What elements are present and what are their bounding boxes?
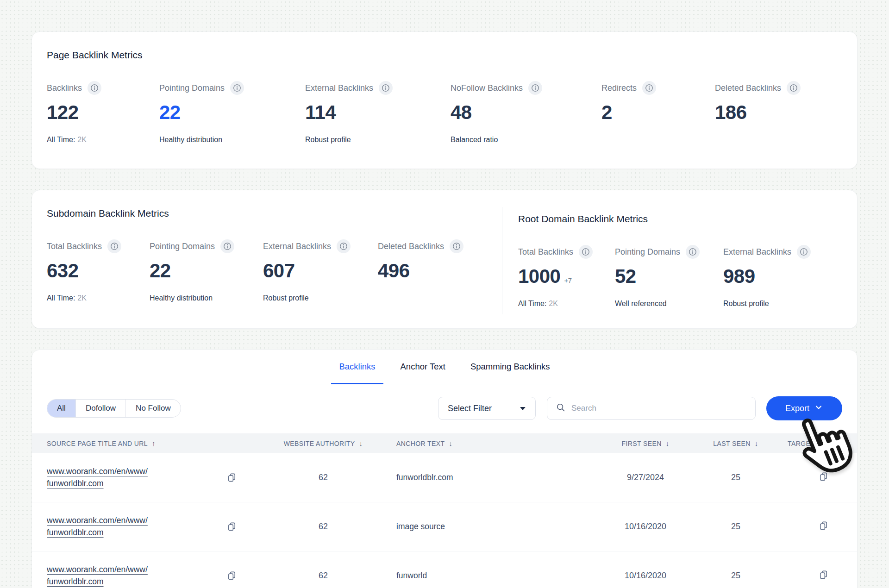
metric-total-backlinks: Total Backlinks 632 All Time:2K bbox=[47, 239, 150, 303]
info-icon[interactable] bbox=[220, 239, 234, 253]
info-icon[interactable] bbox=[642, 81, 656, 95]
metric-label: Pointing Domains bbox=[150, 242, 215, 251]
domain-backlink-metrics-card: Subdomain Backlink Metrics Total Backlin… bbox=[31, 190, 858, 329]
info-icon[interactable] bbox=[797, 245, 811, 259]
first-seen-cell: 10/16/2020 bbox=[592, 522, 699, 532]
follow-filter-segmented-control: All Dofollow No Follow bbox=[47, 399, 181, 418]
column-header-website-authority[interactable]: WEBSITE AUTHORITY ↓ bbox=[263, 439, 383, 447]
export-button[interactable]: Export bbox=[766, 396, 842, 420]
metric-value: 496 bbox=[378, 260, 502, 282]
metric-subtext: Robust profile bbox=[263, 294, 378, 303]
select-filter-dropdown[interactable]: Select Filter bbox=[438, 397, 536, 420]
metric-value: 632 bbox=[47, 260, 150, 282]
metric-external-backlinks: External Backlinks 114 Robust profile bbox=[305, 81, 451, 145]
metric-total-backlinks: Total Backlinks 1000+7 All Time:2K bbox=[518, 245, 615, 309]
value-delta: +7 bbox=[564, 276, 571, 284]
column-header-source-url[interactable]: SOURCE PAGE TITLE AND URL ↑ bbox=[32, 439, 263, 447]
metric-value: 52 bbox=[615, 265, 723, 288]
last-seen-cell: 25 bbox=[699, 473, 773, 482]
info-icon[interactable] bbox=[528, 81, 542, 95]
subdomain-metrics-section: Subdomain Backlink Metrics Total Backlin… bbox=[32, 190, 502, 328]
metric-label: Pointing Domains bbox=[159, 83, 225, 93]
target-cell bbox=[773, 520, 857, 533]
last-seen-cell: 25 bbox=[699, 571, 773, 581]
metric-pointing-domains: Pointing Domains 52 Well referenced bbox=[615, 245, 723, 309]
info-icon[interactable] bbox=[379, 81, 393, 95]
metric-value: 48 bbox=[451, 101, 601, 124]
metric-nofollow-backlinks: NoFollow Backlinks 48 Balanced ratio bbox=[451, 81, 601, 145]
info-icon[interactable] bbox=[107, 239, 121, 253]
table-row: www.woorank.com/en/www/funworldblr.com 6… bbox=[32, 551, 857, 588]
metric-value: 2 bbox=[601, 101, 715, 124]
copy-icon[interactable] bbox=[226, 521, 237, 532]
copy-icon[interactable] bbox=[226, 472, 237, 483]
target-cell bbox=[773, 569, 857, 582]
info-icon[interactable] bbox=[579, 245, 593, 259]
metric-label: NoFollow Backlinks bbox=[451, 83, 523, 93]
sort-desc-icon: ↓ bbox=[449, 439, 453, 447]
backlinks-dashboard: Page Backlink Metrics Backlinks 122 All … bbox=[0, 0, 889, 588]
column-header-anchor-text[interactable]: ANCHOR TEXT ↓ bbox=[383, 439, 592, 447]
table-row: www.woorank.com/en/www/funworldblr.com 6… bbox=[32, 502, 857, 551]
info-icon[interactable] bbox=[686, 245, 700, 259]
segment-no-follow[interactable]: No Follow bbox=[126, 400, 181, 417]
info-icon[interactable] bbox=[88, 81, 101, 95]
tab-anchor-text[interactable]: Anchor Text bbox=[393, 350, 453, 384]
tabs: Backlinks Anchor Text Spamming Backlinks bbox=[32, 350, 857, 384]
metric-subtext bbox=[601, 136, 715, 145]
tab-spamming-backlinks[interactable]: Spamming Backlinks bbox=[463, 350, 558, 384]
copy-icon[interactable] bbox=[818, 520, 829, 531]
first-seen-cell: 9/27/2024 bbox=[592, 473, 699, 482]
tab-backlinks[interactable]: Backlinks bbox=[331, 350, 383, 384]
sort-desc-icon: ↓ bbox=[359, 439, 363, 447]
website-authority-cell: 62 bbox=[263, 473, 383, 482]
source-url-link[interactable]: www.woorank.com/en/www/funworldblr.com bbox=[47, 466, 148, 489]
search-input[interactable] bbox=[571, 404, 747, 413]
table-row: www.woorank.com/en/www/funworldblr.com 6… bbox=[32, 453, 857, 502]
metric-label: Pointing Domains bbox=[615, 247, 680, 257]
last-seen-cell: 25 bbox=[699, 522, 773, 532]
metric-subtext bbox=[715, 136, 842, 145]
metric-value: 114 bbox=[305, 101, 451, 124]
segment-dofollow[interactable]: Dofollow bbox=[76, 400, 126, 417]
metric-subtext bbox=[378, 294, 502, 303]
info-icon[interactable] bbox=[230, 81, 244, 95]
metric-subtext: Robust profile bbox=[723, 300, 857, 309]
target-cell bbox=[773, 471, 857, 484]
metric-label: External Backlinks bbox=[263, 242, 331, 251]
website-authority-cell: 62 bbox=[263, 571, 383, 581]
metric-backlinks: Backlinks 122 All Time:2K bbox=[47, 81, 159, 145]
source-url-cell: www.woorank.com/en/www/funworldblr.com bbox=[32, 564, 263, 588]
source-url-link[interactable]: www.woorank.com/en/www/funworldblr.com bbox=[47, 515, 148, 538]
metric-pointing-domains: Pointing Domains 22 Healthy distribution bbox=[159, 81, 305, 145]
copy-icon[interactable] bbox=[818, 471, 829, 482]
metric-label: Deleted Backlinks bbox=[378, 242, 444, 251]
chevron-down-icon bbox=[814, 403, 823, 414]
filter-toolbar: All Dofollow No Follow Select Filter Exp… bbox=[47, 396, 842, 420]
metric-subtext: Robust profile bbox=[305, 136, 451, 145]
copy-icon[interactable] bbox=[818, 569, 829, 580]
column-header-target[interactable]: TARGET bbox=[773, 440, 857, 447]
info-icon[interactable] bbox=[787, 81, 801, 95]
segment-all[interactable]: All bbox=[47, 400, 76, 417]
sort-desc-icon: ↓ bbox=[755, 439, 758, 447]
copy-icon[interactable] bbox=[226, 570, 237, 581]
column-header-first-seen[interactable]: FIRST SEEN ↓ bbox=[592, 439, 699, 447]
root-domain-metrics-section: Root Domain Backlink Metrics Total Backl… bbox=[502, 190, 857, 328]
select-filter-label: Select Filter bbox=[448, 404, 492, 413]
metric-value: 122 bbox=[47, 101, 159, 124]
page-backlink-metrics-card: Page Backlink Metrics Backlinks 122 All … bbox=[31, 31, 858, 169]
source-url-cell: www.woorank.com/en/www/funworldblr.com bbox=[32, 466, 263, 489]
caret-down-icon bbox=[520, 407, 526, 411]
metric-value: 989 bbox=[723, 265, 857, 288]
sort-desc-icon: ↓ bbox=[666, 439, 670, 447]
metric-value: 607 bbox=[263, 260, 378, 282]
metric-label: Total Backlinks bbox=[518, 247, 573, 257]
metric-pointing-domains: Pointing Domains 22 Healthy distribution bbox=[150, 239, 263, 303]
source-url-link[interactable]: www.woorank.com/en/www/funworldblr.com bbox=[47, 564, 148, 588]
metric-value: 22 bbox=[150, 260, 263, 282]
column-header-last-seen[interactable]: LAST SEEN ↓ bbox=[699, 439, 773, 447]
info-icon[interactable] bbox=[450, 239, 463, 253]
info-icon[interactable] bbox=[337, 239, 351, 253]
metric-external-backlinks: External Backlinks 607 Robust profile bbox=[263, 239, 378, 303]
